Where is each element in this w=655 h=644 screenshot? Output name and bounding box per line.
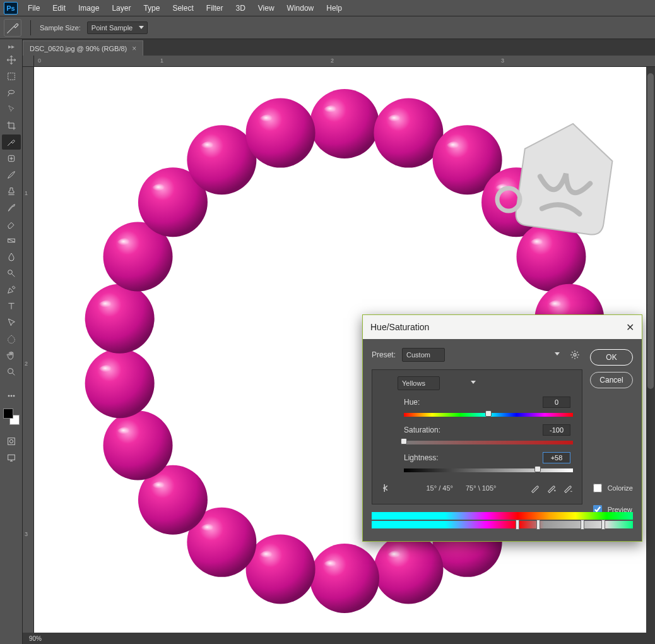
menu-image[interactable]: Image [72,3,105,14]
crop-tool[interactable] [2,118,21,133]
healing-tool[interactable] [2,151,21,166]
eyedropper-plus-icon[interactable] [546,483,557,493]
saturation-input[interactable] [543,424,570,436]
targeted-adjust-icon[interactable] [381,482,392,494]
ruler-v-tick: 1 [25,190,28,196]
svg-rect-8 [8,438,15,445]
range-high: 75° \ 105° [466,484,497,492]
colorize-check[interactable]: Colorize [591,482,633,494]
sample-size-label: Sample Size: [40,24,81,32]
lightness-label: Lightness: [404,453,439,462]
blur-tool[interactable] [2,249,21,265]
saturation-slider[interactable] [404,438,573,446]
menu-3d[interactable]: 3D [229,3,251,14]
lightness-slider[interactable] [404,466,573,474]
ruler-horizontal[interactable]: 0 1 2 3 [34,56,655,67]
svg-point-41 [103,411,173,480]
options-divider [30,20,31,35]
menu-filter[interactable]: Filter [200,3,230,14]
menubar: Ps File Edit Image Layer Type Select Fil… [0,0,655,16]
app-logo: Ps [4,2,18,15]
toolbar-collapse-icon[interactable]: ▸▸ [8,43,15,50]
type-tool[interactable] [2,299,21,314]
svg-rect-0 [8,73,15,80]
options-bar: Sample Size: Point Sample [0,16,655,39]
hand-tool[interactable] [2,348,21,363]
saturation-label: Saturation: [404,426,440,434]
ruler-vertical[interactable]: 1 2 3 [23,67,34,633]
quickmask-tool[interactable] [2,434,21,449]
marquee-tool[interactable] [2,69,21,84]
close-icon[interactable]: × [132,45,136,52]
sample-size-select[interactable]: Point Sample [87,21,148,34]
zoom-tool[interactable] [2,364,21,379]
scrollbar-thumb[interactable] [647,73,654,389]
menu-file[interactable]: File [21,3,46,14]
hue-label: Hue: [404,398,420,407]
svg-point-46 [98,300,123,315]
screenmode-tool[interactable] [2,450,21,465]
menu-view[interactable]: View [252,3,281,14]
history-brush-tool[interactable] [2,200,21,215]
ruler-corner [23,56,34,67]
svg-point-22 [547,300,572,315]
preset-select[interactable]: Custom [402,348,445,362]
quick-select-tool[interactable] [2,102,21,117]
menu-help[interactable]: Help [320,3,348,14]
menu-select[interactable]: Select [166,3,199,14]
ruler-v-tick: 2 [25,361,28,367]
move-tool[interactable] [2,52,21,68]
lightness-input[interactable] [543,452,570,463]
svg-point-9 [9,439,13,443]
eyedropper-tool[interactable] [2,134,21,150]
color-swatch[interactable] [3,408,20,425]
channel-select[interactable]: Yellows [398,376,440,390]
pen-tool[interactable] [2,282,21,297]
svg-point-45 [85,284,155,354]
active-tool-icon[interactable] [4,19,21,37]
eraser-tool[interactable] [2,217,21,232]
brush-tool[interactable] [2,167,21,182]
gradient-tool[interactable] [2,233,21,248]
svg-point-14 [386,114,411,129]
dialog-title: Hue/Saturation [370,322,429,332]
tools-panel: ▸▸ [0,39,23,644]
document-tab[interactable]: DSC_0620.jpg @ 90% (RGB/8) × [23,40,143,56]
path-select-tool[interactable] [2,315,21,330]
status-zoom[interactable]: 90% [29,635,42,642]
svg-point-5 [8,395,9,397]
dialog-titlebar[interactable]: Hue/Saturation ✕ [363,315,642,339]
lasso-tool[interactable] [2,85,21,100]
dialog-checks: Colorize Preview [591,482,633,516]
gear-icon[interactable] [570,350,580,360]
svg-point-54 [259,114,284,129]
vertical-scrollbar[interactable] [646,67,655,633]
dodge-tool[interactable] [2,266,21,281]
range-low: 15° / 45° [427,484,453,492]
edit-toolbar-icon[interactable] [2,388,21,403]
ok-button[interactable]: OK [590,349,633,366]
svg-point-34 [322,559,348,575]
stamp-tool[interactable] [2,184,21,199]
eyedropper-minus-icon[interactable] [563,483,573,493]
close-icon[interactable]: ✕ [626,321,634,333]
cancel-button[interactable]: Cancel [590,372,633,388]
adjustment-panel: Yellows Hue: Saturation: Lightness: [372,369,582,504]
svg-point-44 [98,364,123,379]
menu-layer[interactable]: Layer [105,3,137,14]
svg-point-48 [116,238,141,253]
shape-tool[interactable] [2,331,21,347]
svg-point-4 [8,369,13,374]
foreground-color-swatch[interactable] [3,408,13,419]
menu-type[interactable]: Type [137,3,166,14]
eyedropper-icon[interactable] [530,483,540,493]
document-tabstrip: DSC_0620.jpg @ 90% (RGB/8) × [0,39,655,56]
menu-edit[interactable]: Edit [46,3,72,14]
hue-input[interactable] [543,397,570,408]
menu-window[interactable]: Window [281,3,321,14]
svg-point-6 [11,395,12,397]
color-range-strip[interactable] [372,512,633,528]
hue-slider[interactable] [404,410,573,418]
hue-saturation-dialog: Hue/Saturation ✕ Preset: Custom OK Cance… [362,314,642,542]
svg-point-42 [116,427,141,442]
